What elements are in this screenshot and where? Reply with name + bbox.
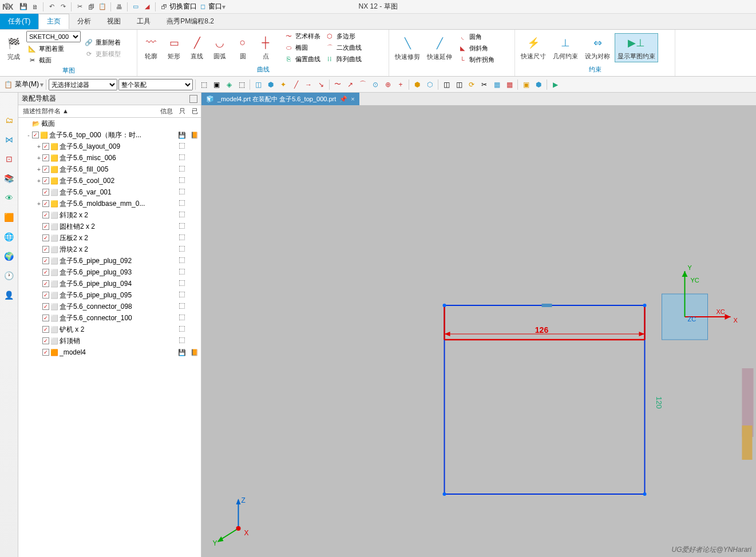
fb-icon-18[interactable]: ⬡ [424, 79, 436, 90]
checkbox-icon[interactable]: ✓ [42, 303, 49, 310]
tree-row[interactable]: + ✓ 🟨 盒子5.6_moldbase_mm_0... [18, 198, 201, 209]
fb-icon-20[interactable]: ◫ [453, 79, 465, 90]
rail-reuse-icon[interactable]: 📚 [2, 172, 16, 185]
file-tab-active[interactable]: 🧊 _model4.prt 在装配中 盒子5.6_top_000.prt 📌 × [201, 93, 359, 105]
tree-row[interactable]: ✓ ⬜ 斜顶2 x 2 [18, 209, 201, 221]
fb-icon-10[interactable]: ↘ [315, 79, 327, 90]
fb-icon-15[interactable]: ⊕ [382, 79, 394, 90]
copy-icon[interactable]: 🗐 [86, 2, 96, 11]
pin-icon[interactable] [189, 95, 197, 103]
save-all-icon[interactable]: 🗎 [30, 2, 39, 11]
symmetric-button[interactable]: ⇔设为对称 [583, 34, 612, 62]
polygon-button[interactable]: ⬡多边形 [324, 31, 363, 41]
chamfer-button[interactable]: ◣倒斜角 [457, 43, 496, 54]
checkbox-icon[interactable]: ✓ [42, 292, 49, 299]
tab-pin-icon[interactable]: 📌 [339, 96, 347, 103]
fb-icon-3[interactable]: ◈ [223, 79, 235, 90]
checkbox-icon[interactable]: ✓ [42, 349, 49, 356]
fb-icon-14[interactable]: ⊙ [370, 79, 381, 90]
show-cons-button[interactable]: ▶⊥显示草图约束 [615, 33, 658, 62]
fb-icon-21[interactable]: ⟳ [466, 79, 477, 90]
checkbox-icon[interactable]: ✓ [42, 177, 49, 184]
fillet-button[interactable]: ◟圆角 [457, 32, 496, 42]
sketch-point[interactable] [443, 492, 446, 496]
paste-icon[interactable]: 📋 [98, 2, 107, 11]
tree-row[interactable]: + ✓ 🟨 盒子5.6_misc_006 [18, 152, 201, 164]
tree-row[interactable]: ✓ ⬜ 盒子5.6_pipe_plug_092 [18, 255, 201, 266]
print-icon[interactable]: 🖶 [114, 2, 124, 11]
circle-button[interactable]: ○圆 [232, 34, 253, 62]
fb-icon-5[interactable]: ◫ [252, 79, 264, 90]
reattach-button[interactable]: 🔗重新附着 [83, 37, 122, 47]
tree-row[interactable]: ✓ ⬜ 滑块2 x 2 [18, 244, 201, 255]
fb-icon-19[interactable]: ◫ [441, 79, 452, 90]
arc-button[interactable]: ◡圆弧 [209, 34, 230, 62]
tree-row[interactable]: ✓ ⬜ 铲机 x 2 [18, 324, 201, 335]
sketch-point[interactable] [643, 304, 647, 307]
profile-button[interactable]: 〰轮廓 [141, 34, 161, 62]
fb-icon-26[interactable]: ⬢ [533, 79, 544, 90]
menu-label[interactable]: 菜单(M) [15, 79, 39, 89]
expand-icon[interactable]: - [25, 132, 32, 138]
orient-button[interactable]: 📐草图着重 [26, 43, 81, 54]
checkbox-icon[interactable]: ✓ [42, 154, 49, 161]
fb-icon-8[interactable]: ╱ [290, 79, 302, 90]
conic-button[interactable]: ⌒二次曲线 [324, 42, 363, 53]
tree-row[interactable]: ✓ ⬜ 盒子5.6_pipe_plug_095 [18, 289, 201, 301]
rect-button[interactable]: ▭矩形 [164, 34, 184, 62]
section-button[interactable]: ✂截面 [26, 55, 81, 65]
midpoint-constraint-icon[interactable] [542, 304, 552, 307]
fb-icon-24[interactable]: ▦ [504, 79, 515, 90]
sketch-point[interactable] [643, 492, 647, 496]
assembly-tree[interactable]: 📂 截面 - ✓ 🟨 盒子5.6_top_000（顺序：时... 💾 📙 + ✓… [18, 118, 201, 557]
checkbox-icon[interactable]: ✓ [42, 280, 49, 287]
expand-icon[interactable]: + [35, 201, 42, 207]
tree-row[interactable]: ✓ ⬜ 斜顶销 [18, 335, 201, 347]
checkbox-icon[interactable]: ✓ [42, 189, 49, 196]
rail-mold-icon[interactable]: 🟧 [2, 210, 16, 224]
tree-row[interactable]: ✓ ⬜ 盒子5.6_pipe_plug_093 [18, 266, 201, 278]
sketch-canvas[interactable]: 126 120 XC X Y YC ZC [201, 105, 756, 557]
tree-row[interactable]: ✓ ⬜ 盒子5.6_connector_098 [18, 301, 201, 312]
rail-part-navigator-icon[interactable]: 🗂 [2, 113, 16, 127]
tree-row[interactable]: ✓ 🟧 _model4 💾 📙 [18, 347, 201, 358]
fb-icon-12[interactable]: ↗ [345, 79, 356, 90]
trim-button[interactable]: ╲快速修剪 [393, 34, 422, 62]
vdim-text[interactable]: 120 [655, 396, 663, 409]
fb-icon-25[interactable]: ▣ [520, 79, 532, 90]
checkbox-icon[interactable]: ✓ [42, 257, 49, 264]
checkbox-icon[interactable]: ✓ [42, 143, 49, 150]
extend-button[interactable]: ╱快速延伸 [425, 34, 454, 62]
rail-hide-icon[interactable]: 👁 [2, 191, 16, 205]
tree-row[interactable]: ✓ ⬜ 压板2 x 2 [18, 232, 201, 244]
corner-button[interactable]: └制作拐角 [457, 55, 496, 65]
measure-icon[interactable]: ◢ [143, 2, 152, 11]
fb-icon-2[interactable]: ▣ [211, 79, 222, 90]
rail-web-icon[interactable]: 🌐 [2, 230, 16, 244]
col-modified[interactable]: 已 [188, 107, 201, 116]
save-icon[interactable]: 💾 [19, 2, 28, 11]
fb-icon-27[interactable]: ▶ [549, 79, 561, 90]
fb-icon-4[interactable]: ⬚ [236, 79, 247, 90]
close-tab-icon[interactable]: × [351, 96, 354, 102]
checkbox-icon[interactable]: ✓ [42, 269, 49, 276]
window-menu-label[interactable]: 窗口 [208, 2, 222, 11]
checkbox-icon[interactable]: ✓ [42, 315, 49, 321]
scope-select[interactable]: 整个装配 [118, 79, 193, 90]
filter-select[interactable]: 无选择过滤器 [49, 79, 117, 90]
rail-layer-icon[interactable]: ⊡ [2, 152, 16, 166]
menu-icon[interactable]: 📋 [2, 79, 14, 90]
ellipse-button[interactable]: ⬭椭圆 [283, 42, 322, 53]
tree-row[interactable]: ✓ ⬜ 盒子5.6_connector_100 [18, 312, 201, 324]
rapid-dim-button[interactable]: ⚡快速尺寸 [518, 34, 548, 62]
col-info[interactable]: 信息 [157, 107, 176, 116]
checkbox-icon[interactable]: ✓ [42, 234, 49, 241]
expand-icon[interactable]: + [35, 144, 42, 150]
expand-icon[interactable]: + [35, 155, 42, 161]
line-button[interactable]: ╱直线 [187, 34, 207, 62]
tree-row[interactable]: ✓ ⬜ 盒子5.6_var_001 [18, 186, 201, 198]
rail-history-icon[interactable]: 🕐 [2, 269, 16, 283]
expand-icon[interactable]: + [35, 166, 42, 173]
fb-icon-11[interactable]: 〜 [332, 79, 343, 90]
offset-button[interactable]: ⎘偏置曲线 [283, 54, 322, 64]
